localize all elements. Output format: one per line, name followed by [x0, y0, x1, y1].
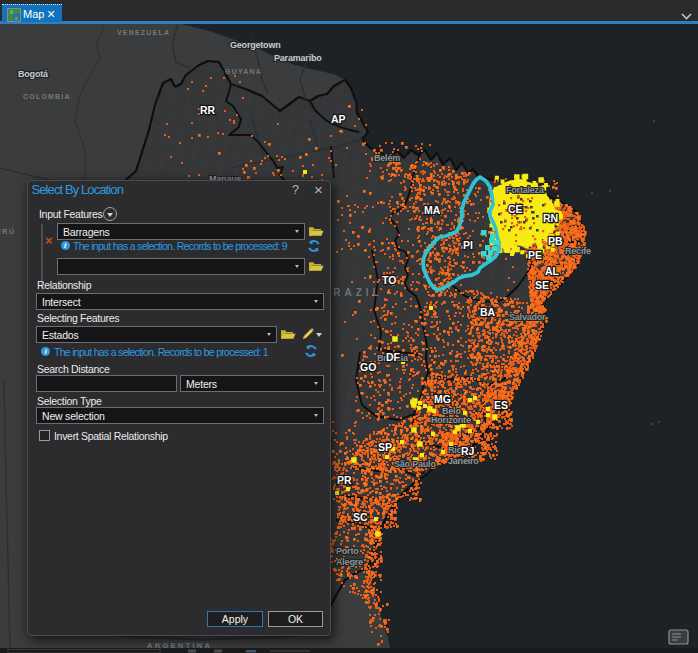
svg-text:BA: BA	[480, 306, 496, 318]
svg-text:AP: AP	[331, 113, 346, 125]
svg-text:GUYANA: GUYANA	[225, 68, 262, 75]
svg-text:Georgetown: Georgetown	[230, 40, 281, 50]
svg-text:PERÚ: PERÚ	[0, 227, 15, 235]
svg-text:Recife: Recife	[565, 246, 591, 256]
svg-text:PI: PI	[463, 239, 473, 251]
svg-text:DF: DF	[386, 351, 401, 363]
svg-text:Bogotá: Bogotá	[18, 69, 49, 79]
svg-text:Janeiro: Janeiro	[448, 456, 479, 466]
svg-text:Belém: Belém	[374, 153, 400, 163]
svg-text:SC: SC	[353, 511, 368, 523]
svg-text:GO: GO	[360, 361, 376, 373]
svg-text:TO: TO	[382, 274, 396, 286]
svg-text:Fortaleza: Fortaleza	[506, 185, 545, 195]
svg-text:PR: PR	[337, 474, 352, 486]
svg-text:PE: PE	[528, 249, 542, 261]
svg-text:VENEZUELA: VENEZUELA	[117, 29, 170, 36]
svg-text:ES: ES	[494, 399, 508, 411]
svg-text:BRAZIL: BRAZIL	[322, 287, 383, 298]
svg-text:Alegre: Alegre	[336, 557, 363, 567]
svg-text:MG: MG	[434, 393, 451, 405]
svg-text:São Paulo: São Paulo	[394, 459, 436, 469]
svg-text:SP: SP	[378, 441, 392, 453]
svg-text:Salvador: Salvador	[509, 312, 546, 322]
svg-text:COLOMBIA: COLOMBIA	[23, 93, 71, 100]
svg-text:CE: CE	[508, 203, 523, 215]
svg-text:PB: PB	[548, 235, 563, 247]
svg-text:RN: RN	[543, 212, 558, 224]
svg-text:Porto: Porto	[336, 546, 359, 556]
svg-text:Horizonte: Horizonte	[431, 415, 471, 425]
svg-text:RR: RR	[200, 104, 216, 116]
svg-text:RJ: RJ	[461, 445, 475, 457]
svg-text:MA: MA	[424, 204, 441, 216]
svg-text:AL: AL	[545, 265, 560, 277]
svg-text:SE: SE	[535, 279, 549, 291]
svg-text:Paramaribo: Paramaribo	[274, 53, 322, 63]
